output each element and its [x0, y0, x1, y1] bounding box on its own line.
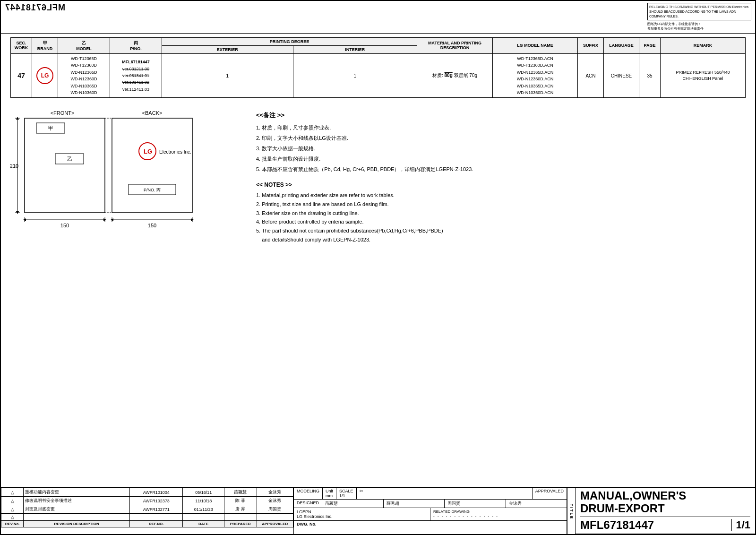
- language-cell: CHINESE: [604, 53, 639, 97]
- big-title-doc-page: 1/1: [731, 519, 750, 531]
- units-row: MODELING Unit mm SCALE 1/1 ✂ APPROVALED: [294, 488, 567, 500]
- revision-row-4: △: [1, 514, 293, 521]
- checked-name-cell: 周国贤: [445, 500, 506, 508]
- revision-table: △ 重模功能内容变更 AWFR101004 05/16/11 苗颖慧 金泳秀 △…: [1, 488, 293, 527]
- spec-table: SEC. WORK 甲BRAND 乙MODEL 丙P/NO. PRINTING …: [10, 37, 746, 98]
- revision-approved-3: 周国贤: [257, 505, 293, 514]
- revision-ref-3: AWFR102771: [130, 505, 183, 514]
- approvaled-header-cell: APPROVALED: [533, 488, 567, 499]
- svg-text:<BACK>: <BACK>: [142, 110, 163, 116]
- revision-prepared-1: 苗颖慧: [224, 488, 257, 497]
- revision-prepared-2: 陈 菲: [224, 497, 257, 505]
- technical-drawing-svg: <FRONT> <BACK> 甲 乙 LG Electronics Inc.: [10, 106, 228, 258]
- table-header-row: SEC. WORK 甲BRAND 乙MODEL 丙P/NO. PRINTING …: [11, 37, 746, 45]
- title-t-column: T I T L E: [567, 488, 576, 534]
- revision-row-3: △ 封面及封底变更 AWFR102771 011/11/23 唐 昇 周国贤: [1, 505, 293, 514]
- interior-cell: 1: [293, 53, 417, 97]
- big-title-line2: DRUM-EXPORT: [580, 502, 750, 515]
- remark-cell: PRIME2 REFRESH 550/440 CHI+ENGLISH Panel: [661, 53, 746, 97]
- approved-name-cell: 金泳秀: [506, 500, 567, 508]
- title-block-left: MODELING Unit mm SCALE 1/1 ✂ APPROVALED: [294, 488, 567, 534]
- page-header: PAGE: [639, 37, 661, 53]
- big-title-line1: MANUAL,OWNER'S: [580, 490, 750, 502]
- title-block-right: MANUAL,OWNER'S DRUM-EXPORT MFL67181447 1…: [576, 488, 755, 534]
- revision-date-3: 011/11/23: [183, 505, 224, 514]
- revision-triangle-4: △: [1, 514, 24, 521]
- big-title-doc-row: MFL67181447 1/1: [580, 517, 750, 532]
- scale-cell: SCALE 1/1: [336, 488, 357, 499]
- svg-text:150: 150: [60, 223, 69, 228]
- page-container: MFL67181447 RELEASING THIS DRAWING WITHO…: [0, 0, 756, 535]
- revision-approved-4: [257, 514, 293, 521]
- top-right-notice: RELEASING THIS DRAWING WITHOUT PERMISSIO…: [647, 3, 751, 31]
- english-notes-title: << NOTES >>: [256, 181, 746, 188]
- revision-date-1: 05/16/11: [183, 488, 224, 497]
- english-note-5: 5. The part should not contain prohibite…: [256, 226, 746, 244]
- revision-triangle-1: △: [1, 488, 24, 497]
- material-desc-header: MATERIAL AND PRINTING DESCRIPTION: [417, 37, 493, 53]
- remark-header: REMARK: [661, 37, 746, 53]
- chinese-note-2: 2. 印刷，文字大小和线条以LG设计基准.: [256, 134, 746, 143]
- left-drawing: <FRONT> <BACK> 甲 乙 LG Electronics Inc.: [10, 106, 237, 259]
- svg-text:Electronics Inc.: Electronics Inc.: [159, 149, 191, 155]
- revision-desc-2: 修改说明书安全事项描述: [24, 497, 130, 505]
- notice-main: RELEASING THIS DRAWING WITHOUT PERMISSIO…: [647, 3, 751, 20]
- related-drawing-cell: RELATED DRAWING - - - - - - - - - - - - …: [430, 508, 567, 520]
- rev-no-header: REV.No.: [1, 521, 24, 527]
- suffix-cell: ACN: [578, 53, 604, 97]
- english-note-2: 2. Printing, tsxt size and line are base…: [256, 200, 746, 209]
- english-notes-section: << NOTES >> 1. Material,printing and ext…: [256, 181, 746, 244]
- chinese-notes-list: 1. 材质，印刷，尺寸参照作业表. 2. 印刷，文字大小和线条以LG设计基准. …: [256, 123, 746, 174]
- svg-text:甲: 甲: [48, 125, 53, 131]
- revision-approved-2: 金泳秀: [257, 497, 293, 505]
- names-row: DESIGNED 苗颖慧 薛秀超 周国贤 金泳秀: [294, 500, 567, 508]
- exterior-cell: 1: [162, 53, 293, 97]
- chinese-note-3: 3. 数字大小依据一般规格.: [256, 144, 746, 154]
- revision-date-2: 11/10/18: [183, 497, 224, 505]
- english-note-1: 1. Material,printing and exterier size a…: [256, 191, 746, 200]
- rev-desc-header: REVISION DESCRIPTION: [24, 521, 130, 527]
- chinese-notes-title: <<备注 >>: [256, 111, 746, 120]
- unit-cell: Unit mm: [323, 488, 336, 499]
- big-title-area: MANUAL,OWNER'S DRUM-EXPORT MFL67181447 1…: [576, 488, 755, 534]
- chinese-note-5: 5. 本部品不应含有禁止物质（Pb, Cd, Hg, Cr+6, PBB, PB…: [256, 165, 746, 174]
- rev-approvaled-header: APPROVALED: [257, 521, 293, 527]
- svg-text:<FRONT>: <FRONT>: [51, 110, 75, 116]
- revision-triangle-2: △: [1, 497, 24, 505]
- page-cell: 35: [639, 53, 661, 97]
- rev-date-header: DATE: [183, 521, 224, 527]
- revision-ref-2: AWFR102373: [130, 497, 183, 505]
- revision-desc-4: [24, 514, 130, 521]
- svg-text:LG: LG: [144, 148, 152, 155]
- svg-text:乙: 乙: [67, 156, 72, 162]
- company-name-cell: LGEPN LG Electronics Inc.: [294, 508, 430, 520]
- revision-triangle-3: △: [1, 505, 24, 514]
- model-header: 乙MODEL: [58, 37, 110, 53]
- revision-prepared-3: 唐 昇: [224, 505, 257, 514]
- pno-header: 丙P/NO.: [110, 37, 162, 53]
- pno-cell: MFL67181447 ver.031211.00 ver.051341.01 …: [110, 53, 162, 97]
- revision-row-1: △ 重模功能内容变更 AWFR101004 05/16/11 苗颖慧 金泳秀: [1, 488, 293, 497]
- chinese-notes-section: <<备注 >> 1. 材质，印刷，尺寸参照作业表. 2. 印刷，文字大小和线条以…: [256, 111, 746, 174]
- notice-sub: 图纸为LG内部文件，非经批准请勿： 复制重复及向公司有关部定部法律责任: [647, 22, 751, 31]
- revision-approved-1: 金泳秀: [257, 488, 293, 497]
- sec-cell: 47: [11, 53, 32, 97]
- top-header: MFL67181447 RELEASING THIS DRAWING WITHO…: [1, 1, 755, 34]
- chinese-note-4: 4. 批量生产前取的设计限度.: [256, 155, 746, 164]
- svg-rect-7: [112, 118, 192, 213]
- revision-prepared-4: [224, 514, 257, 521]
- english-notes-list: 1. Material,printing and exterier size a…: [256, 191, 746, 244]
- right-notes: <<备注 >> 1. 材质，印刷，尺寸参照作业表. 2. 印刷，文字大小和线条以…: [237, 106, 746, 259]
- company-row: LGEPN LG Electronics Inc. RELATED DRAWIN…: [294, 508, 567, 521]
- suffix-header: SUFFIX: [578, 37, 604, 53]
- printing-degree-header: PRINTING DEGREE: [162, 37, 417, 45]
- svg-text:150: 150: [148, 223, 156, 228]
- revision-ref-1: AWFR101004: [130, 488, 183, 497]
- dwg-no-cell: DWG. No.: [294, 521, 319, 527]
- revision-desc-1: 重模功能内容变更: [24, 488, 130, 497]
- language-header: LANGUAGE: [604, 37, 639, 53]
- modeling-sig-cell: ✂: [357, 488, 533, 499]
- revision-date-4: [183, 514, 224, 521]
- big-title-doc-num: MFL67181447: [580, 518, 731, 532]
- revision-desc-3: 封面及封底变更: [24, 505, 130, 514]
